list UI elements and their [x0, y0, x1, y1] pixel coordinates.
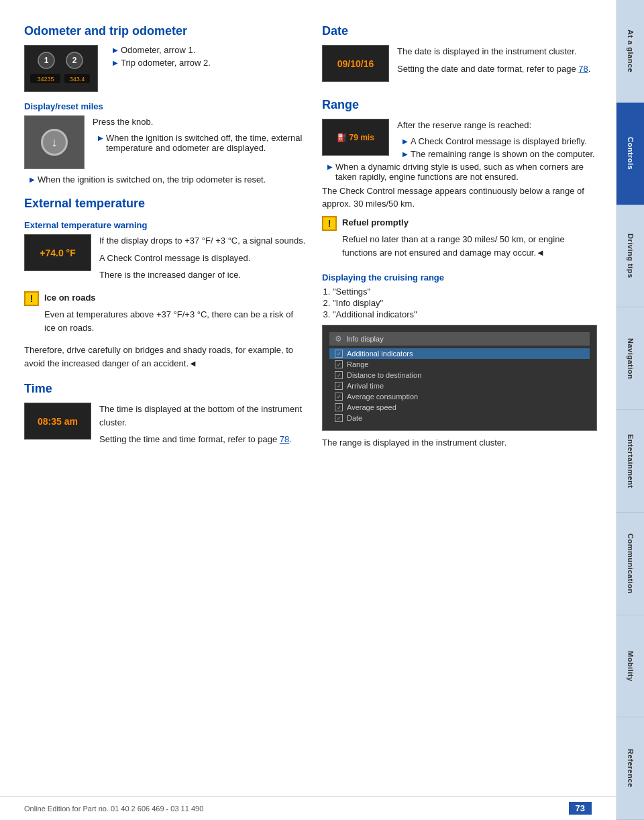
odometer-title: Odometer and trip odometer — [24, 24, 306, 38]
odometer-image: 1 2 34235 343.4 — [24, 45, 98, 92]
arrow-icon: ▶ — [113, 46, 118, 54]
sidebar-tab-controls[interactable]: Controls — [616, 103, 644, 205]
sidebar-tab-at-a-glance[interactable]: At a glance — [616, 0, 644, 103]
page-number: 73 — [569, 802, 592, 815]
footer-text: Online Edition for Part no. 01 40 2 606 … — [24, 805, 203, 813]
date-page-link[interactable]: 78 — [578, 64, 588, 74]
cruising-step3: "Additional indicators" — [333, 309, 597, 319]
info-display-screenshot: ⚙ Info display ✓ Additional indicators ✓… — [322, 325, 597, 431]
external-temp-title: External temperature — [24, 197, 306, 211]
temp-display-image: +74.0 °F — [24, 234, 91, 271]
range-check-control: The Check Control message appears contin… — [322, 185, 597, 211]
arrow-icon: ▶ — [98, 134, 103, 142]
menu-item-arrival[interactable]: ✓ Arrival time — [329, 380, 590, 391]
cruising-steps: "Settings" "Info display" "Additional in… — [333, 287, 597, 319]
checkbox-icon: ✓ — [335, 382, 343, 390]
external-temp-warning-subtitle: External temperature warning — [24, 220, 306, 230]
menu-item-range[interactable]: ✓ Range — [329, 359, 590, 370]
display-reset-bullet1: ▶ When the ignition is switched off, the… — [93, 133, 306, 153]
cruising-step2: "Info display" — [333, 298, 597, 308]
arrow-icon: ▶ — [402, 138, 408, 145]
display-reset-bullet2: ▶ When the ignition is switched on, the … — [24, 174, 306, 185]
svg-text:2: 2 — [72, 56, 77, 65]
warning-icon: ! — [322, 216, 337, 231]
display-reset-subtitle: Display/reset miles — [24, 101, 306, 111]
checkbox-icon: ✓ — [335, 403, 343, 411]
ice-warning-box: ! Ice on roads Even at temperatures abov… — [24, 291, 306, 339]
temp-warning-cont: Therefore, drive carefully on bridges an… — [24, 344, 306, 370]
odometer-bullet1: ▶ Odometer, arrow 1. — [107, 45, 211, 55]
time-page-link[interactable]: 78 — [280, 434, 289, 444]
checkbox-icon: ✓ — [335, 393, 343, 401]
date-display-image: 09/10/16 — [322, 45, 389, 82]
time-title: Time — [24, 382, 306, 396]
warning-icon: ! — [24, 291, 39, 306]
page-footer: Online Edition for Part no. 01 40 2 606 … — [0, 796, 616, 820]
odometer-bullet2: ▶ Trip odometer, arrow 2. — [107, 58, 211, 68]
date-title: Date — [322, 24, 597, 38]
refuel-warning-box: ! Refuel promptly Refuel no later than a… — [322, 216, 597, 264]
range-bullet3: ▶ When a dynamic driving style is used, … — [322, 162, 597, 182]
svg-text:1: 1 — [44, 56, 49, 65]
checkbox-icon: ✓ — [335, 371, 343, 379]
menu-item-additional-indicators[interactable]: ✓ Additional indicators — [329, 348, 590, 359]
arrow-icon: ▶ — [327, 163, 333, 170]
checkbox-icon: ✓ — [335, 414, 343, 422]
display-reset-image: ↓ — [24, 115, 85, 169]
svg-text:34235: 34235 — [37, 76, 54, 83]
settings-icon: ⚙ — [335, 334, 342, 344]
range-bullet1: ▶ A Check Control message is displayed b… — [397, 136, 597, 146]
range-title: Range — [322, 98, 597, 112]
refuel-warning-title: Refuel promptly — [342, 216, 597, 229]
checkbox-icon: ✓ — [335, 350, 343, 358]
sidebar-tab-navigation[interactable]: Navigation — [616, 307, 644, 410]
info-display-header: ⚙ Info display — [329, 332, 590, 346]
menu-item-avg-consumption[interactable]: ✓ Average consumption — [329, 391, 590, 402]
arrow-icon: ▶ — [113, 59, 118, 66]
warning-desc: Even at temperatures above +37 °F/+3 °C,… — [44, 308, 306, 334]
sidebar-tab-reference[interactable]: Reference — [616, 717, 644, 820]
sidebar-tab-driving-tips[interactable]: Driving tips — [616, 205, 644, 308]
arrow-icon: ▶ — [30, 176, 35, 183]
menu-item-distance[interactable]: ✓ Distance to destination — [329, 370, 590, 380]
range-instrument-cluster: The range is displayed in the instrument… — [322, 436, 597, 450]
warning-title: Ice on roads — [44, 291, 306, 305]
cruising-range-subtitle: Displaying the cruising range — [322, 272, 597, 283]
sidebar-tab-entertainment[interactable]: Entertainment — [616, 410, 644, 513]
sidebar-tab-communication[interactable]: Communication — [616, 513, 644, 615]
menu-item-avg-speed[interactable]: ✓ Average speed — [329, 402, 590, 413]
refuel-warning-desc: Refuel no later than at a range 30 miles… — [342, 233, 597, 259]
cruising-step1: "Settings" — [333, 287, 597, 297]
menu-item-date[interactable]: ✓ Date — [329, 413, 590, 423]
svg-text:343.4: 343.4 — [70, 76, 85, 83]
checkbox-icon: ✓ — [335, 360, 343, 368]
range-bullet2: ▶ The remaining range is shown on the co… — [397, 149, 597, 159]
time-display-image: 08:35 am — [24, 403, 91, 440]
range-display-image: ⛽ 79 mis — [322, 119, 389, 156]
arrow-icon: ▶ — [402, 150, 408, 158]
sidebar: At a glance Controls Driving tips Naviga… — [616, 0, 644, 820]
sidebar-tab-mobility[interactable]: Mobility — [616, 615, 644, 718]
